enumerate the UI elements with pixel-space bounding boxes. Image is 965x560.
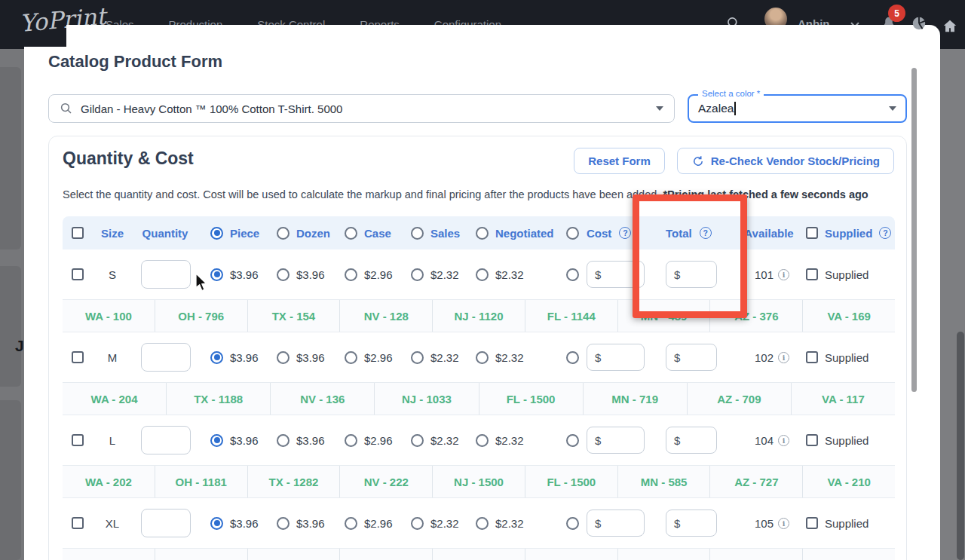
stock-cell: WA - 202 (63, 466, 155, 497)
page-backdrop-right (940, 25, 965, 560)
stock-cell: NJ - 1120 (432, 300, 525, 332)
chevron-down-icon[interactable] (656, 106, 663, 111)
info-icon[interactable] (778, 269, 789, 280)
cost-radio[interactable] (566, 434, 579, 447)
stock-cell: TX - 988 (247, 549, 340, 560)
quantity-input[interactable] (141, 509, 191, 537)
supplied-all-checkbox[interactable] (806, 227, 818, 239)
table-header: Size Quantity Piece Dozen Case Sales Neg… (63, 216, 895, 249)
header-radio-cost[interactable] (566, 227, 579, 240)
cost-radio[interactable] (566, 351, 579, 364)
supplied-checkbox[interactable] (806, 517, 818, 529)
supplied-checkbox[interactable] (806, 434, 818, 446)
price-label: $2.32 (495, 517, 524, 530)
stock-cell: NJ - 1033 (374, 383, 478, 415)
row-checkbox[interactable] (72, 434, 84, 446)
cost-radio[interactable] (566, 517, 579, 530)
cost-input[interactable]: $ (587, 510, 645, 537)
price-radio[interactable] (277, 517, 290, 530)
stock-cell: NV - 136 (270, 383, 374, 415)
supplied-checkbox[interactable] (806, 268, 818, 280)
size-label: M (93, 351, 132, 364)
info-icon[interactable] (778, 352, 789, 363)
supplied-checkbox[interactable] (806, 351, 818, 363)
catalog-product-modal: Catalog Product Form Gildan - Heavy Cott… (24, 25, 940, 560)
table-row: S$3.96$3.96$2.96$2.32$2.32$$101Supplied (63, 249, 895, 299)
price-radio[interactable] (476, 351, 489, 364)
size-label: S (93, 268, 132, 281)
total-input[interactable]: $ (666, 427, 717, 454)
price-radio[interactable] (277, 434, 290, 447)
stock-cell: VA - 210 (802, 466, 895, 497)
modal-scrollbar[interactable] (911, 68, 917, 392)
help-icon[interactable] (879, 227, 891, 239)
browser-scrollbar[interactable] (957, 332, 964, 560)
column-header-total: Total (666, 227, 692, 240)
color-select-value: Azalea (698, 102, 734, 115)
recheck-vendor-button[interactable]: Re-Check Vendor Stock/Pricing (677, 148, 894, 174)
row-checkbox[interactable] (72, 351, 84, 363)
stock-cell: MN - 594 (617, 549, 710, 560)
price-radio[interactable] (210, 268, 223, 281)
price-radio[interactable] (476, 517, 489, 530)
price-radio[interactable] (277, 351, 290, 364)
quantity-input[interactable] (141, 260, 191, 289)
header-radio-sales[interactable] (411, 227, 424, 240)
price-radio[interactable] (411, 268, 424, 281)
price-radio[interactable] (345, 351, 357, 364)
total-input[interactable]: $ (666, 344, 717, 371)
row-checkbox[interactable] (72, 268, 84, 280)
price-radio[interactable] (345, 517, 357, 530)
quantity-input[interactable] (141, 343, 191, 372)
app-logo: YoPrint (19, 2, 66, 37)
sync-icon (691, 155, 705, 168)
header-radio-negotiated[interactable] (476, 227, 489, 240)
price-radio[interactable] (210, 434, 223, 447)
stock-cell: TX - 1282 (247, 466, 340, 497)
stock-row: WA - 188OH - 1185TX - 988NV - 188NJ - 14… (63, 548, 895, 560)
stock-cell: TX - 1188 (166, 383, 270, 415)
reset-form-button[interactable]: Reset Form (574, 148, 665, 174)
help-icon[interactable] (619, 227, 631, 239)
price-radio[interactable] (210, 517, 223, 530)
color-select[interactable]: Select a color * Azalea (688, 94, 907, 123)
price-radio[interactable] (411, 434, 424, 447)
price-radio[interactable] (210, 351, 223, 364)
price-radio[interactable] (345, 268, 357, 281)
size-label: L (93, 434, 132, 447)
price-radio[interactable] (345, 434, 357, 447)
stock-cell: FL - 1500 (525, 466, 617, 497)
page-backdrop-left: J, (0, 49, 24, 560)
total-input[interactable]: $ (666, 261, 717, 288)
stock-cell: VA - 149 (802, 549, 895, 560)
header-radio-case[interactable] (345, 227, 357, 240)
product-select[interactable]: Gildan - Heavy Cotton ™ 100% Cotton T-Sh… (48, 94, 675, 123)
header-radio-dozen[interactable] (277, 227, 290, 240)
help-icon[interactable] (700, 227, 712, 239)
pie-chart-icon[interactable] (911, 15, 927, 35)
stock-cell: TX - 154 (247, 300, 340, 332)
cost-input[interactable]: $ (587, 261, 645, 288)
available-count: 101 (755, 268, 774, 281)
cost-input[interactable]: $ (587, 427, 645, 454)
chevron-down-icon[interactable] (889, 106, 896, 111)
price-radio[interactable] (476, 434, 489, 447)
price-radio[interactable] (411, 351, 424, 364)
header-radio-piece[interactable] (210, 227, 223, 240)
cost-input[interactable]: $ (587, 344, 645, 371)
total-input[interactable]: $ (666, 510, 717, 537)
info-icon[interactable] (778, 435, 789, 446)
price-radio[interactable] (411, 517, 424, 530)
home-icon[interactable] (942, 18, 958, 38)
price-radio[interactable] (476, 268, 489, 281)
column-header-case: Case (364, 227, 391, 240)
select-all-checkbox[interactable] (72, 227, 84, 239)
price-radio[interactable] (277, 268, 290, 281)
stock-cell: NV - 128 (339, 300, 432, 332)
available-count: 104 (755, 434, 774, 447)
table-row: XL$3.96$3.96$2.96$2.32$2.32$$105Supplied (63, 498, 895, 548)
row-checkbox[interactable] (72, 517, 84, 529)
cost-radio[interactable] (566, 268, 579, 281)
quantity-input[interactable] (141, 426, 191, 454)
info-icon[interactable] (778, 518, 789, 529)
